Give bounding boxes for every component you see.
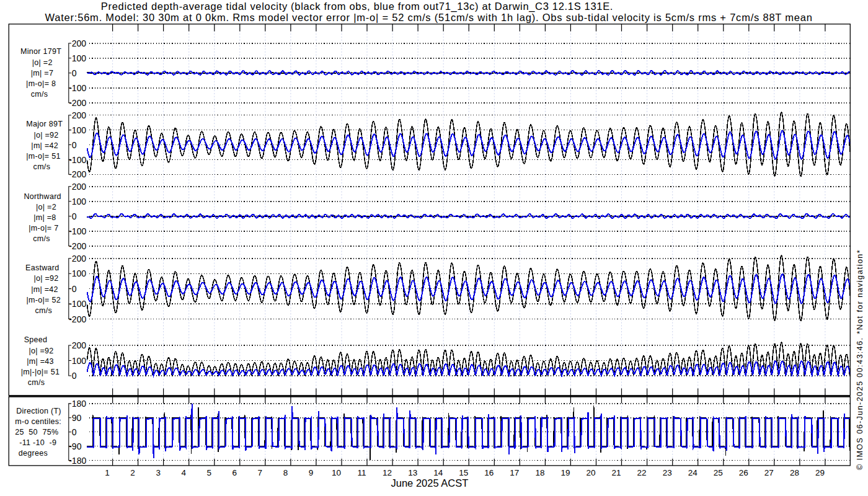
svg-text:-100: -100 bbox=[69, 155, 86, 165]
svg-text:|m-o|= 8: |m-o|= 8 bbox=[26, 79, 56, 88]
svg-text:degrees: degrees bbox=[19, 449, 48, 458]
svg-text:-11 -10 -9: -11 -10 -9 bbox=[19, 438, 56, 447]
svg-text:4: 4 bbox=[181, 468, 186, 477]
svg-text:26: 26 bbox=[739, 468, 748, 477]
svg-text:20: 20 bbox=[586, 468, 595, 477]
svg-text:200: 200 bbox=[72, 38, 87, 48]
svg-text:Major 89T: Major 89T bbox=[26, 120, 63, 128]
svg-text:200: 200 bbox=[72, 254, 87, 264]
svg-text:0: 0 bbox=[72, 371, 77, 381]
svg-text:June 2025 ACST: June 2025 ACST bbox=[391, 477, 469, 489]
svg-text:28: 28 bbox=[790, 468, 799, 477]
svg-text:0: 0 bbox=[72, 140, 77, 150]
svg-text:200: 200 bbox=[72, 182, 87, 192]
svg-text:|m| =8: |m| =8 bbox=[33, 213, 56, 222]
svg-text:100: 100 bbox=[72, 268, 87, 278]
svg-text:|m| =42: |m| =42 bbox=[31, 285, 58, 294]
svg-text:Direction (T): Direction (T) bbox=[16, 407, 61, 415]
svg-text:180: 180 bbox=[72, 399, 87, 409]
svg-text:5: 5 bbox=[206, 468, 211, 477]
svg-text:|m-o|= 51: |m-o|= 51 bbox=[26, 152, 60, 161]
svg-text:16: 16 bbox=[484, 468, 494, 477]
svg-text:-90: -90 bbox=[69, 441, 81, 451]
svg-text:100: 100 bbox=[72, 356, 87, 366]
svg-text:9: 9 bbox=[309, 468, 314, 477]
svg-text:100: 100 bbox=[72, 197, 87, 206]
svg-text:|o| =2: |o| =2 bbox=[36, 203, 56, 211]
svg-text:-200: -200 bbox=[69, 241, 86, 251]
svg-text:25: 25 bbox=[714, 468, 723, 477]
svg-text:2: 2 bbox=[130, 468, 135, 477]
svg-text:11: 11 bbox=[358, 468, 366, 477]
svg-text:-100: -100 bbox=[69, 299, 86, 309]
svg-text:-200: -200 bbox=[69, 98, 86, 108]
svg-text:14: 14 bbox=[433, 468, 443, 477]
svg-text:|m| =7: |m| =7 bbox=[31, 69, 53, 78]
svg-text:27: 27 bbox=[764, 468, 774, 477]
svg-text:cm/s: cm/s bbox=[28, 378, 45, 387]
svg-text:21: 21 bbox=[612, 468, 621, 477]
svg-text:|m| =43: |m| =43 bbox=[27, 357, 54, 366]
svg-text:24: 24 bbox=[688, 468, 698, 477]
svg-text:-100: -100 bbox=[69, 83, 86, 93]
svg-text:3: 3 bbox=[156, 468, 161, 477]
svg-text:|o| =92: |o| =92 bbox=[33, 131, 58, 140]
svg-text:Northward: Northward bbox=[24, 192, 61, 201]
svg-text:cm/s: cm/s bbox=[33, 234, 50, 243]
svg-text:13: 13 bbox=[408, 468, 417, 477]
svg-text:-180: -180 bbox=[69, 456, 86, 466]
svg-text:25 50 75%: 25 50 75% bbox=[15, 428, 58, 436]
svg-text:23: 23 bbox=[663, 468, 672, 477]
svg-text:19: 19 bbox=[560, 468, 570, 477]
svg-text:Water:56m. Model: 30 30m at 0: Water:56m. Model: 30 30m at 0 0km. Rms m… bbox=[45, 12, 813, 23]
svg-text:cm/s: cm/s bbox=[31, 90, 48, 99]
svg-text:cm/s: cm/s bbox=[33, 162, 51, 171]
svg-text:0: 0 bbox=[72, 211, 77, 221]
svg-text:|m|-|o|= 51: |m|-|o|= 51 bbox=[21, 368, 60, 376]
svg-text:|m-o|= 52: |m-o|= 52 bbox=[26, 296, 60, 304]
svg-text:Minor 179T: Minor 179T bbox=[20, 47, 61, 56]
svg-text:200: 200 bbox=[72, 110, 87, 120]
svg-text:0: 0 bbox=[72, 284, 77, 294]
svg-text:7: 7 bbox=[258, 468, 263, 477]
svg-text:Speed: Speed bbox=[24, 335, 48, 344]
svg-text:-200: -200 bbox=[69, 314, 86, 324]
svg-text:17: 17 bbox=[510, 468, 519, 477]
svg-text:Predicted depth-average tidal: Predicted depth-average tidal velocity (… bbox=[101, 1, 613, 12]
svg-text:8: 8 bbox=[283, 468, 288, 477]
svg-text:100: 100 bbox=[72, 125, 87, 135]
svg-text:|m| =42: |m| =42 bbox=[31, 141, 58, 150]
svg-text:© IMOS 06-Jun-2025 00:43:46. *: © IMOS 06-Jun-2025 00:43:46. *Not for na… bbox=[856, 249, 864, 470]
svg-text:-100: -100 bbox=[69, 226, 86, 236]
svg-text:18: 18 bbox=[535, 468, 544, 477]
svg-text:0: 0 bbox=[72, 68, 77, 78]
svg-text:|o| =92: |o| =92 bbox=[29, 347, 53, 355]
svg-text:90: 90 bbox=[72, 413, 82, 423]
svg-text:100: 100 bbox=[72, 53, 87, 63]
svg-text:Eastward: Eastward bbox=[25, 264, 60, 272]
svg-text:15: 15 bbox=[459, 468, 468, 477]
svg-text:200: 200 bbox=[72, 340, 87, 350]
svg-text:22: 22 bbox=[637, 468, 647, 477]
svg-text:0: 0 bbox=[72, 427, 77, 437]
svg-text:10: 10 bbox=[332, 468, 341, 477]
svg-text:-200: -200 bbox=[69, 169, 86, 179]
svg-text:|o| =92: |o| =92 bbox=[33, 274, 58, 283]
svg-text:|o| =2: |o| =2 bbox=[32, 58, 53, 67]
svg-text:cm/s: cm/s bbox=[35, 306, 52, 315]
svg-text:29: 29 bbox=[815, 468, 825, 477]
svg-text:1: 1 bbox=[105, 468, 110, 477]
svg-text:m-o centiles:: m-o centiles: bbox=[15, 417, 61, 426]
svg-text:12: 12 bbox=[383, 468, 392, 477]
svg-text:6: 6 bbox=[232, 468, 237, 477]
svg-text:|m-o|= 7: |m-o|= 7 bbox=[29, 224, 58, 232]
